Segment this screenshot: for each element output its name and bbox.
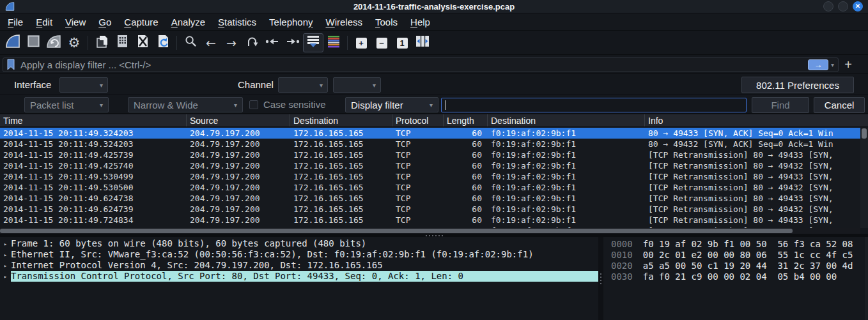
capture-options-button[interactable]: ⚙	[64, 33, 84, 52]
menu-tools[interactable]: Tools	[369, 17, 404, 27]
packet-row[interactable]: 2014-11-15 20:11:49.324203204.79.197.200…	[0, 139, 860, 149]
expand-arrow-icon[interactable]: ▸	[0, 241, 11, 247]
packet-row[interactable]: 2014-11-15 20:11:49.624738204.79.197.200…	[0, 193, 860, 204]
expand-arrow-icon[interactable]: ▸	[0, 273, 11, 280]
column-header-length[interactable]: Length	[444, 114, 488, 126]
packet-list-vertical-scrollbar[interactable]	[860, 128, 868, 228]
chevron-down-icon: ▾	[100, 82, 103, 89]
menu-go[interactable]: Go	[92, 17, 118, 27]
column-header-protocol[interactable]: Protocol	[392, 114, 444, 126]
character-width-dropdown[interactable]: Narrow & Wide▾	[128, 97, 243, 112]
column-header-info[interactable]: Info	[645, 114, 868, 126]
cell-destination2: f0:19:af:02:9b:f1	[488, 150, 645, 160]
column-header-source[interactable]: Source	[187, 114, 290, 126]
cell-length: 60	[444, 194, 488, 203]
hex-row[interactable]: 0000f0 19 af 02 9b f1 00 50 56 f3 ca 52 …	[603, 238, 868, 249]
menu-file[interactable]: File	[1, 17, 29, 27]
cell-destination2: f0:19:af:02:9b:f1	[488, 139, 645, 149]
go-back-button[interactable]: ←	[201, 33, 221, 52]
menu-edit[interactable]: Edit	[29, 17, 59, 27]
cell-protocol: TCP	[392, 150, 444, 160]
go-to-packet-button[interactable]	[242, 33, 262, 52]
packet-row[interactable]: 2014-11-15 20:11:49.425739204.79.197.200…	[0, 149, 860, 160]
go-last-packet-button[interactable]	[283, 33, 303, 52]
add-filter-button-plus[interactable]: +	[839, 57, 858, 72]
expand-arrow-icon[interactable]: ▸	[0, 252, 11, 258]
packet-row[interactable]: 2014-11-15 20:11:49.530499204.79.197.200…	[0, 171, 860, 182]
close-button[interactable]: ✕	[853, 1, 863, 11]
packet-list-horizontal-scrollbar[interactable]	[0, 228, 860, 234]
column-header-destination-2[interactable]: Destination	[488, 114, 645, 126]
hex-row[interactable]: 0030fa f0 21 c9 00 00 02 04 05 b4 00 00	[603, 271, 868, 282]
normal-size-button[interactable]: 1	[392, 33, 412, 52]
filter-bookmark-icon[interactable]	[6, 59, 15, 70]
save-capture-file-button[interactable]	[112, 33, 132, 52]
menu-bar: FileEditViewGoCaptureAnalyzeStatisticsTe…	[0, 14, 868, 31]
packet-row[interactable]: 2014-11-15 20:11:49.724834204.79.197.200…	[0, 215, 860, 225]
resize-columns-button[interactable]	[412, 33, 433, 52]
menu-analyze[interactable]: Analyze	[165, 17, 212, 27]
menu-telephony[interactable]: Telephony	[263, 17, 319, 27]
open-capture-file-button[interactable]	[91, 33, 112, 52]
menu-statistics[interactable]: Statistics	[212, 17, 263, 27]
restart-capture-icon	[45, 34, 62, 52]
packet-row[interactable]: 2014-11-15 20:11:49.324203204.79.197.200…	[0, 128, 860, 139]
cancel-button[interactable]: Cancel	[814, 97, 865, 113]
display-filter-input[interactable]: Apply a display filter ... <Ctrl-/> → ▾	[3, 57, 839, 72]
detail-line[interactable]: ▸Ethernet II, Src: VMware_f3:ca:52 (00:5…	[0, 249, 598, 260]
apply-filter-button[interactable]: →	[808, 59, 828, 70]
reload-capture-file-button[interactable]	[153, 33, 173, 52]
channel-dropdown[interactable]: ▾	[278, 77, 328, 93]
packet-bytes-scrollbar[interactable]	[865, 237, 868, 320]
filter-history-caret-icon[interactable]: ▾	[831, 61, 834, 68]
cell-protocol: TCP	[392, 183, 444, 192]
cell-info: [TCP Retransmission] 80 → 49432 [SYN,	[645, 183, 860, 192]
scrollbar-thumb[interactable]	[862, 128, 867, 139]
zoom-out-button[interactable]: −	[371, 33, 392, 52]
go-forward-button[interactable]: →	[221, 33, 242, 52]
detail-line[interactable]: ▸Internet Protocol Version 4, Src: 204.7…	[0, 260, 598, 271]
column-header-time[interactable]: Time	[0, 114, 187, 126]
find-search-input[interactable]	[441, 98, 747, 112]
packet-row[interactable]: 2014-11-15 20:11:49.425740204.79.197.200…	[0, 160, 860, 171]
search-type-dropdown[interactable]: Display filter▾	[345, 97, 438, 112]
cell-length: 60	[444, 183, 488, 192]
maximize-button[interactable]	[838, 1, 848, 11]
find-button[interactable]: Find	[752, 97, 809, 113]
minimize-button[interactable]	[823, 1, 833, 11]
80211-preferences-button[interactable]: 802.11 Preferences	[741, 77, 854, 93]
scrollbar-thumb[interactable]	[0, 229, 793, 233]
menu-wireless[interactable]: Wireless	[320, 17, 369, 27]
hex-row[interactable]: 0020a5 a5 00 50 c1 19 20 44 31 2c 37 00 …	[603, 260, 868, 271]
colorize-packets-button[interactable]	[323, 33, 344, 52]
interface-dropdown[interactable]: ▾	[59, 77, 108, 93]
chevron-down-icon: ▾	[430, 102, 433, 109]
stop-capture-button[interactable]	[23, 33, 43, 52]
detail-text: Ethernet II, Src: VMware_f3:ca:52 (00:50…	[11, 249, 598, 260]
detail-line[interactable]: ▸Frame 1: 60 bytes on wire (480 bits), 6…	[0, 238, 598, 249]
cell-source: 204.79.197.200	[187, 194, 290, 203]
case-sensitive-checkbox[interactable]	[249, 100, 258, 109]
packet-row[interactable]: 2014-11-15 20:11:49.530500204.79.197.200…	[0, 182, 860, 193]
pane-splitter-vertical[interactable]	[598, 237, 603, 320]
auto-scroll-live-button[interactable]	[303, 33, 323, 52]
menu-help[interactable]: Help	[404, 17, 437, 27]
start-capture-button[interactable]	[3, 33, 23, 52]
find-packet-button[interactable]	[180, 33, 201, 52]
cell-destination: 172.16.165.165	[290, 139, 392, 149]
zoom-in-button[interactable]: +	[351, 33, 371, 52]
packet-row[interactable]: 2014-11-15 20:11:49.624739204.79.197.200…	[0, 204, 860, 215]
menu-capture[interactable]: Capture	[118, 17, 164, 27]
channel-offset-dropdown[interactable]: ▾	[333, 77, 381, 93]
expand-arrow-icon[interactable]: ▸	[0, 263, 11, 269]
detail-line[interactable]: ▸Transmission Control Protocol, Src Port…	[0, 271, 598, 282]
column-header-destination[interactable]: Destination	[290, 114, 392, 126]
hex-row[interactable]: 001000 2c 01 e2 00 00 80 06 55 1c cc 4f …	[603, 249, 868, 260]
go-first-packet-button[interactable]	[262, 33, 283, 52]
restart-capture-button[interactable]	[43, 33, 64, 52]
menu-view[interactable]: View	[59, 17, 92, 27]
cell-length: 60	[444, 215, 488, 225]
close-capture-file-button[interactable]	[132, 33, 153, 52]
cell-destination2: f0:19:af:02:9b:f1	[488, 183, 645, 192]
search-in-dropdown[interactable]: Packet list▾	[24, 97, 109, 112]
